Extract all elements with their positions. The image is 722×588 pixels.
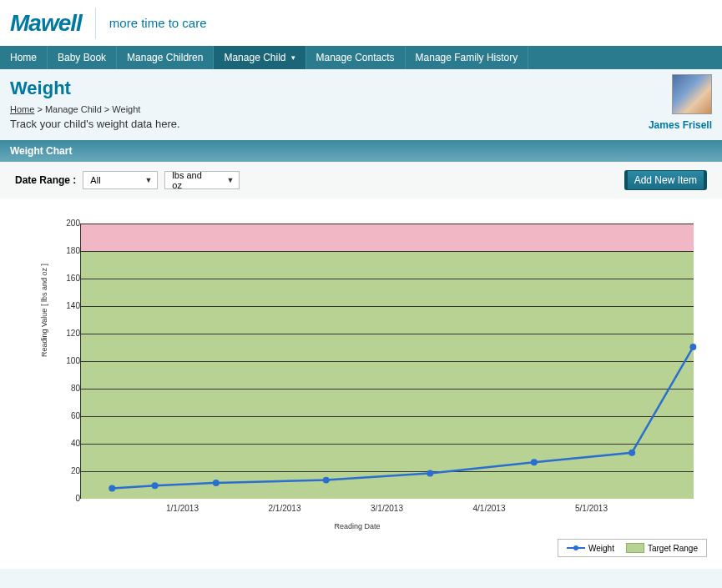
- y-tick-label: 200: [47, 219, 80, 228]
- legend-label: Target Range: [648, 544, 698, 553]
- logo-divider: [95, 8, 96, 39]
- caret-down-icon: ▼: [226, 176, 234, 184]
- y-tick-label: 180: [47, 246, 80, 255]
- select-value: lbs and oz: [172, 170, 210, 190]
- page-header: Weight Home > Manage Child > Weight Trac…: [0, 69, 722, 140]
- y-tick-label: 120: [47, 329, 80, 338]
- profile-box: James Frisell: [649, 74, 712, 131]
- page-title: Weight: [10, 78, 712, 99]
- svg-point-1: [152, 482, 159, 489]
- logo: Mawell: [10, 10, 82, 37]
- x-tick-label: 3/1/2013: [371, 504, 403, 513]
- y-tick-label: 0: [47, 494, 80, 503]
- nav-label: Manage Contacts: [316, 52, 395, 63]
- breadcrumb: Home > Manage Child > Weight: [10, 104, 712, 114]
- profile-name[interactable]: James Frisell: [649, 119, 712, 131]
- date-range-select[interactable]: All ▼: [83, 171, 158, 189]
- line-swatch-icon: [567, 547, 585, 549]
- page-description: Track your child's weight data here.: [10, 118, 712, 130]
- chevron-down-icon: ▾: [291, 53, 295, 62]
- app-header: Mawell more time to care: [0, 0, 722, 46]
- nav-baby-book[interactable]: Baby Book: [48, 46, 117, 69]
- weight-chart: Reading Value [ lbs and oz ] Reading Dat…: [15, 215, 699, 524]
- y-tick-label: 100: [47, 356, 80, 365]
- y-tick-label: 160: [47, 274, 80, 283]
- panel-header: Weight Chart: [0, 140, 722, 162]
- svg-point-3: [323, 477, 330, 484]
- x-tick-label: 2/1/2013: [269, 504, 301, 513]
- nav-home[interactable]: Home: [0, 46, 48, 69]
- svg-point-4: [427, 470, 433, 476]
- select-value: All: [90, 175, 100, 185]
- nav-label: Manage Family History: [416, 52, 518, 63]
- y-tick-label: 80: [47, 384, 80, 393]
- legend-label: Weight: [588, 544, 614, 553]
- nav-label: Manage Child: [224, 52, 285, 63]
- nav-manage-children[interactable]: Manage Children: [117, 46, 214, 69]
- nav-label: Baby Book: [58, 52, 106, 63]
- svg-point-5: [531, 459, 538, 465]
- svg-point-6: [629, 450, 635, 456]
- nav-manage-child[interactable]: Manage Child▾: [214, 46, 305, 69]
- nav-manage-contacts[interactable]: Manage Contacts: [306, 46, 406, 69]
- y-tick-label: 20: [47, 466, 80, 475]
- y-tick-label: 140: [47, 301, 80, 310]
- y-tick-label: 60: [47, 411, 80, 420]
- controls-row: Date Range : All ▼ lbs and oz ▼ Add New …: [0, 162, 722, 199]
- main-nav: Home Baby Book Manage Children Manage Ch…: [0, 46, 722, 69]
- caret-down-icon: ▼: [144, 176, 152, 184]
- breadcrumb-mid: Manage Child: [45, 104, 102, 114]
- legend-weight: Weight: [567, 544, 614, 553]
- date-range-label: Date Range :: [15, 174, 76, 186]
- chart-container: Reading Value [ lbs and oz ] Reading Dat…: [0, 199, 722, 532]
- legend-container: Weight Target Range: [0, 532, 722, 569]
- breadcrumb-sep: >: [37, 104, 42, 114]
- y-tick-label: 40: [47, 439, 80, 448]
- plot-area: [80, 224, 694, 499]
- breadcrumb-sep: >: [104, 104, 109, 114]
- unit-select[interactable]: lbs and oz ▼: [164, 171, 240, 189]
- series-svg: [81, 224, 694, 498]
- tagline: more time to care: [109, 16, 207, 30]
- nav-manage-family-history[interactable]: Manage Family History: [406, 46, 529, 69]
- legend-target-range: Target Range: [626, 543, 698, 553]
- breadcrumb-leaf: Weight: [112, 104, 140, 114]
- x-tick-label: 5/1/2013: [575, 504, 608, 513]
- avatar[interactable]: [672, 74, 712, 114]
- add-new-item-button[interactable]: Add New Item: [624, 170, 707, 190]
- breadcrumb-home[interactable]: Home: [10, 104, 34, 114]
- svg-point-7: [689, 344, 696, 350]
- nav-label: Manage Children: [127, 52, 203, 63]
- x-tick-label: 4/1/2013: [473, 504, 506, 513]
- square-swatch-icon: [626, 543, 644, 553]
- nav-label: Home: [10, 52, 37, 63]
- x-tick-label: 1/1/2013: [166, 504, 199, 513]
- svg-point-2: [213, 480, 220, 486]
- x-axis-label: Reading Date: [334, 522, 380, 530]
- legend: Weight Target Range: [558, 539, 707, 557]
- svg-point-0: [109, 485, 115, 491]
